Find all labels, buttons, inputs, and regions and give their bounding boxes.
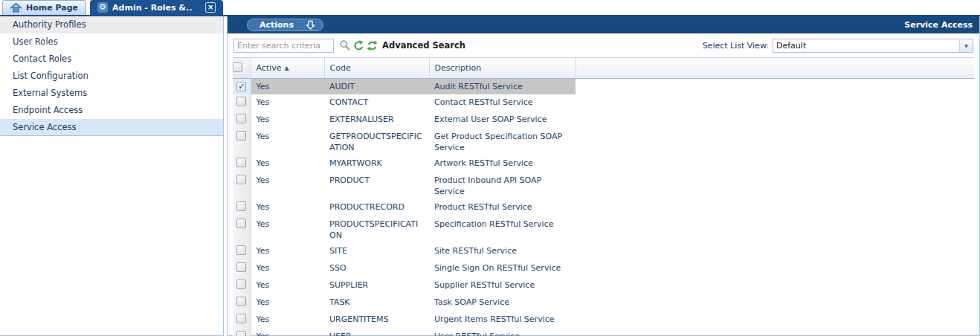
select-all-header-cell (233, 58, 251, 79)
cell-description: Product RESTful Service (429, 199, 576, 216)
close-icon[interactable]: × (205, 2, 216, 13)
list-view-label: Select List View: (703, 41, 769, 51)
cell-code: AUDIT (324, 79, 429, 95)
cell-active: Yes (251, 172, 324, 199)
row-checkbox[interactable] (236, 331, 246, 336)
sidebar-item-endpoint-access[interactable]: Endpoint Access (0, 102, 223, 119)
row-checkbox-cell (233, 199, 251, 216)
column-header-description[interactable]: Description (429, 58, 576, 79)
cell-filler (576, 199, 974, 216)
cell-code: URGENTITEMS (324, 311, 429, 329)
actions-button[interactable]: Actions (247, 19, 323, 31)
row-checkbox[interactable] (236, 201, 246, 211)
column-header-filler (576, 58, 974, 79)
cell-description: Site RESTful Service (429, 243, 576, 260)
cell-description: Audit RESTful Service (429, 79, 576, 95)
cell-code: CONTACT (324, 94, 429, 112)
cell-filler (576, 329, 974, 336)
table-row[interactable]: Yes USER User RESTful Service (233, 329, 974, 336)
cell-description: Specification RESTful Service (429, 216, 576, 243)
tab-admin-roles[interactable]: ⚙ Admin - Roles &.. × (90, 0, 223, 15)
table-row[interactable]: Yes SSO Single Sign On RESTful Service (233, 260, 974, 277)
sidebar-item-external-systems[interactable]: External Systems (0, 85, 223, 102)
sidebar-item-service-access[interactable]: Service Access (0, 119, 223, 136)
row-checkbox[interactable] (236, 245, 246, 255)
column-header-label: Active (257, 63, 282, 73)
table-row[interactable]: Yes AUDIT Audit RESTful Service (233, 79, 974, 95)
sync-icon[interactable] (365, 39, 378, 52)
cell-active: Yes (251, 94, 324, 112)
cell-code: PRODUCTRECORD (324, 199, 429, 216)
row-checkbox[interactable] (236, 314, 246, 323)
row-checkbox[interactable] (236, 297, 246, 306)
cell-active: Yes (251, 243, 324, 260)
table-row[interactable]: Yes CONTACT Contact RESTful Service (233, 94, 974, 112)
cell-code: GETPRODUCTSPECIFICATION (324, 129, 429, 155)
cell-code: SUPPLIER (324, 277, 429, 294)
service-access-table: Active▲ Code Description Yes AUDIT A (233, 57, 974, 336)
sidebar-item-authority-profiles[interactable]: Authority Profiles (0, 16, 223, 33)
cell-description: Single Sign On RESTful Service (429, 260, 576, 277)
cell-filler (576, 260, 974, 277)
row-checkbox[interactable] (236, 158, 246, 167)
row-checkbox[interactable] (236, 131, 246, 140)
tab-home-page[interactable]: Home Page (2, 0, 86, 15)
select-all-checkbox[interactable] (233, 62, 242, 72)
advanced-search-link[interactable]: Advanced Search (382, 40, 465, 51)
table-row[interactable]: Yes PRODUCT Product Inbound API SOAP Ser… (233, 172, 974, 199)
cell-active: Yes (251, 79, 324, 95)
table-header-row: Active▲ Code Description (233, 58, 974, 79)
search-icon[interactable] (338, 39, 352, 52)
row-checkbox[interactable] (236, 97, 246, 106)
row-checkbox[interactable] (236, 82, 246, 91)
table-row[interactable]: Yes SITE Site RESTful Service (233, 243, 974, 260)
chevron-down-icon[interactable]: ▾ (959, 39, 973, 52)
cell-description: Product Inbound API SOAP Service (429, 172, 576, 199)
table-row[interactable]: Yes SUPPLIER Supplier RESTful Service (233, 277, 974, 294)
row-checkbox-cell (233, 329, 251, 336)
column-header-code[interactable]: Code (324, 58, 429, 79)
cell-filler (576, 277, 974, 294)
list-view-select[interactable]: Default ▾ (773, 39, 973, 53)
row-checkbox-cell (233, 112, 251, 129)
cell-filler (576, 155, 974, 172)
cell-code: SITE (324, 243, 429, 260)
cell-active: Yes (251, 294, 324, 311)
table-row[interactable]: Yes URGENTITEMS Urgent Items RESTful Ser… (233, 311, 974, 329)
cell-active: Yes (251, 311, 324, 329)
cell-description: Artwork RESTful Service (429, 155, 576, 172)
cell-active: Yes (251, 260, 324, 277)
cell-active: Yes (251, 155, 324, 172)
row-checkbox-cell (233, 294, 251, 311)
cell-active: Yes (251, 129, 324, 155)
cell-filler (576, 243, 974, 260)
table-body: Yes AUDIT Audit RESTful Service Yes CONT… (233, 79, 974, 336)
row-checkbox[interactable] (236, 280, 246, 289)
refresh-icon[interactable] (352, 39, 365, 52)
column-header-active[interactable]: Active▲ (251, 58, 324, 79)
actions-button-label: Actions (259, 20, 294, 30)
cell-code: PRODUCTSPECIFICATION (324, 216, 429, 243)
row-checkbox[interactable] (236, 114, 246, 123)
table-row[interactable]: Yes PRODUCTRECORD Product RESTful Servic… (233, 199, 974, 216)
table-row[interactable]: Yes MYARTWORK Artwork RESTful Service (233, 155, 974, 172)
sort-ascending-icon: ▲ (285, 65, 289, 71)
table-row[interactable]: Yes TASK Task SOAP Service (233, 294, 974, 311)
search-input[interactable] (233, 39, 334, 53)
sidebar-item-list-configuration[interactable]: List Configuration (0, 68, 223, 85)
tab-label: Admin - Roles &.. (112, 3, 192, 13)
tab-label: Home Page (26, 3, 78, 13)
main-panel: Actions Service Access (227, 16, 980, 336)
row-checkbox[interactable] (236, 175, 246, 184)
row-checkbox[interactable] (236, 262, 246, 272)
table-row[interactable]: Yes GETPRODUCTSPECIFICATION Get Product … (233, 129, 974, 155)
cell-description: Contact RESTful Service (429, 94, 576, 112)
cell-code: EXTERNALUSER (324, 112, 429, 129)
cell-active: Yes (251, 199, 324, 216)
table-row[interactable]: Yes PRODUCTSPECIFICATION Specification R… (233, 216, 974, 243)
actions-bar: Actions Service Access (228, 16, 979, 33)
row-checkbox[interactable] (236, 219, 246, 228)
sidebar-item-contact-roles[interactable]: Contact Roles (0, 51, 223, 68)
table-row[interactable]: Yes EXTERNALUSER External User SOAP Serv… (233, 112, 974, 129)
sidebar-item-user-roles[interactable]: User Roles (0, 33, 223, 51)
